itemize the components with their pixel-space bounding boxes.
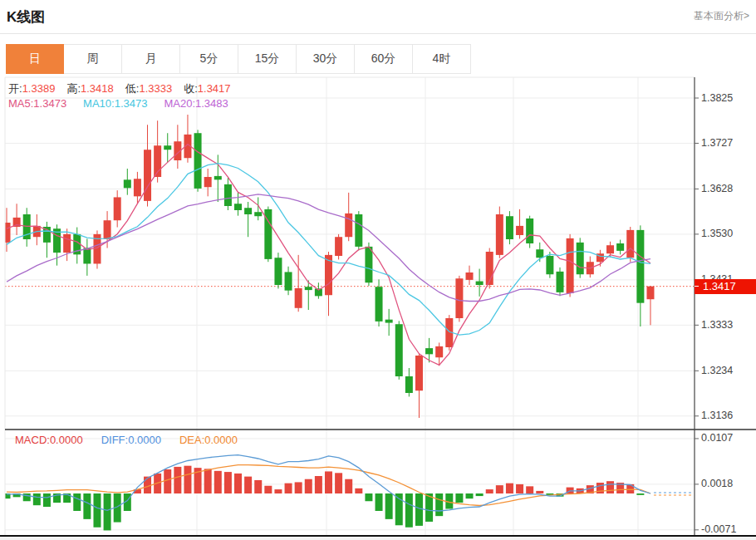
axis-tick-label: 1.3628 [701, 183, 733, 195]
axis-tick-label: 1.3333 [701, 319, 733, 331]
legend-item: DEA:0.0000 [179, 434, 238, 446]
legend-item: 收:1.3417 [184, 83, 230, 95]
legend-item: 高:1.3418 [66, 83, 113, 95]
bottom-strip [0, 537, 756, 540]
macd-legend: MACD:0.0000DIFF:0.0000DEA:0.0000 [15, 434, 238, 446]
legend-item: MA5: 1.3473 [8, 98, 66, 110]
axis-tick-label: -0.0071 [701, 523, 736, 536]
kline-chart-canvas[interactable] [0, 0, 756, 540]
ohlc-legend: 开:1.3389高:1.3418低:1.3333收:1.3417 [8, 83, 231, 95]
legend-item: MACD:0.0000 [15, 434, 83, 446]
price-tag-tick-icon [695, 286, 699, 287]
axis-tick-label: 1.3727 [701, 137, 733, 150]
axis-tick-label: 0.0107 [701, 432, 733, 444]
legend-item: MA10: 1.3473 [83, 98, 147, 110]
last-price-tag: 1.3417 [695, 279, 756, 294]
axis-tick-label: 1.3530 [701, 228, 733, 240]
legend-item: DIFF:0.0000 [101, 434, 161, 446]
axis-tick-label: 1.3825 [701, 92, 733, 105]
axis-tick-label: 1.3136 [701, 410, 733, 422]
legend-item: MA20: 1.3483 [164, 98, 228, 110]
axis-tick-label: 0.0018 [701, 478, 733, 490]
legend-item: 低:1.3333 [125, 83, 172, 95]
legend-item: 开:1.3389 [8, 83, 55, 95]
axis-tick-label: 1.3234 [701, 365, 733, 377]
last-price-value: 1.3417 [703, 280, 736, 292]
ma-legend: MA5: 1.3473MA10: 1.3473MA20: 1.3483 [8, 98, 228, 110]
